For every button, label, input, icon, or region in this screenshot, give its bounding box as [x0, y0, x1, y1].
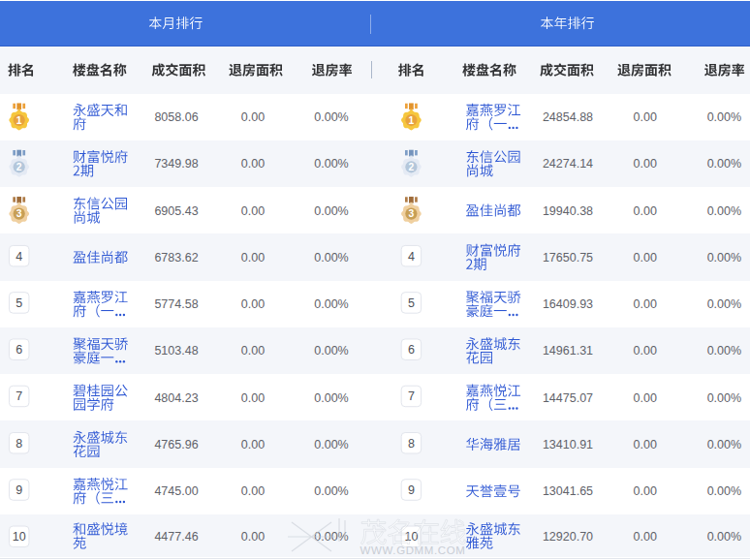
svg-text:0.00%: 0.00%: [707, 251, 741, 264]
svg-text:0.00: 0.00: [241, 344, 265, 358]
svg-text:0.00: 0.00: [634, 297, 657, 311]
svg-text:0.00%: 0.00%: [707, 438, 741, 451]
svg-text:3: 3: [16, 208, 22, 219]
svg-text:0.00: 0.00: [241, 530, 265, 544]
svg-text:0.00: 0.00: [241, 110, 265, 124]
svg-text:1: 1: [16, 115, 22, 126]
svg-text:8058.06: 8058.06: [154, 110, 198, 124]
svg-text:1: 1: [409, 115, 415, 126]
svg-text:0.00: 0.00: [634, 110, 657, 124]
svg-text:0.00: 0.00: [241, 157, 265, 171]
svg-text:0.00%: 0.00%: [314, 204, 348, 218]
svg-text:0.00: 0.00: [634, 157, 657, 171]
svg-text:0.00%: 0.00%: [707, 391, 741, 405]
svg-text:4745.00: 4745.00: [154, 484, 198, 498]
svg-text:5103.48: 5103.48: [154, 344, 198, 358]
svg-text:0.00: 0.00: [241, 391, 265, 405]
svg-text:7: 7: [408, 389, 415, 403]
svg-text:4: 4: [16, 250, 22, 264]
svg-text:0.00%: 0.00%: [314, 251, 348, 264]
svg-text:4765.96: 4765.96: [154, 438, 198, 451]
svg-text:6905.43: 6905.43: [154, 204, 198, 218]
svg-text:0.00%: 0.00%: [314, 344, 348, 358]
svg-text:4804.23: 4804.23: [154, 391, 198, 405]
svg-text:9: 9: [408, 483, 415, 497]
svg-text:0.00%: 0.00%: [707, 297, 741, 311]
svg-text:0.00%: 0.00%: [314, 110, 348, 124]
svg-text:0.00: 0.00: [634, 484, 657, 498]
svg-text:24274.14: 24274.14: [543, 157, 593, 171]
svg-text:0.00%: 0.00%: [707, 157, 741, 171]
svg-text:4477.46: 4477.46: [154, 530, 198, 544]
svg-text:0.00%: 0.00%: [707, 530, 741, 544]
svg-text:0.00: 0.00: [634, 391, 657, 405]
svg-text:0.00: 0.00: [634, 251, 657, 264]
svg-text:16409.93: 16409.93: [543, 297, 593, 311]
svg-text:0.00: 0.00: [241, 438, 265, 451]
svg-text:6783.62: 6783.62: [154, 251, 198, 264]
svg-text:19940.38: 19940.38: [543, 204, 593, 218]
svg-text:13041.65: 13041.65: [543, 484, 593, 498]
svg-text:0.00: 0.00: [241, 204, 265, 218]
svg-text:6: 6: [16, 343, 22, 357]
svg-text:0.00: 0.00: [634, 438, 657, 451]
svg-text:7349.98: 7349.98: [154, 157, 198, 171]
svg-text:0.00: 0.00: [241, 297, 265, 311]
svg-text:17650.75: 17650.75: [543, 251, 593, 264]
svg-text:0.00%: 0.00%: [707, 204, 741, 218]
svg-text:4: 4: [408, 250, 415, 264]
svg-text:0.00: 0.00: [634, 204, 657, 218]
svg-text:5: 5: [408, 296, 415, 310]
svg-text:0.00%: 0.00%: [314, 484, 348, 498]
svg-text:0.00%: 0.00%: [314, 391, 348, 405]
svg-text:0.00: 0.00: [241, 251, 265, 264]
svg-text:14475.07: 14475.07: [543, 391, 593, 405]
svg-text:0.00%: 0.00%: [707, 344, 741, 358]
svg-text:0.00: 0.00: [634, 530, 657, 544]
svg-text:24854.88: 24854.88: [543, 110, 593, 124]
svg-text:6: 6: [408, 343, 415, 357]
svg-text:12920.70: 12920.70: [543, 530, 593, 544]
svg-text:0.00: 0.00: [634, 344, 657, 358]
svg-text:0.00: 0.00: [241, 484, 265, 498]
svg-text:0.00%: 0.00%: [707, 110, 741, 124]
svg-text:WWW.GDMM.COM: WWW.GDMM.COM: [360, 544, 466, 556]
svg-text:3: 3: [409, 208, 415, 219]
svg-text:0.00%: 0.00%: [314, 157, 348, 171]
svg-text:5774.58: 5774.58: [154, 297, 198, 311]
svg-text:8: 8: [16, 437, 22, 451]
svg-text:0.00%: 0.00%: [314, 297, 348, 311]
svg-text:5: 5: [16, 296, 22, 310]
svg-text:10: 10: [13, 530, 26, 544]
svg-text:2: 2: [16, 162, 22, 172]
svg-text:13410.91: 13410.91: [543, 438, 593, 451]
svg-text:0.00%: 0.00%: [314, 438, 348, 451]
svg-text:0.00%: 0.00%: [707, 484, 741, 498]
svg-text:8: 8: [408, 437, 415, 451]
svg-text:2: 2: [409, 162, 415, 172]
svg-text:9: 9: [16, 483, 22, 497]
svg-text:14961.31: 14961.31: [543, 344, 593, 358]
svg-text:7: 7: [16, 389, 22, 403]
